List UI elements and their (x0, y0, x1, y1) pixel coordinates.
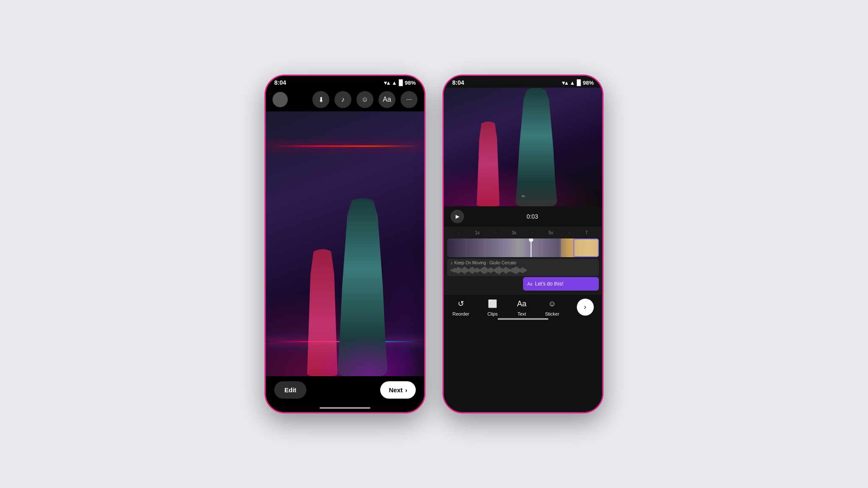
phone-2: 8:04 ▾▴ ▲ ▉ 98% ⌃ ▶ (442, 75, 604, 413)
text-clip-content: Let's do this! (535, 281, 563, 287)
sticker-label: Sticker (545, 311, 559, 316)
time-2: 8:04 (452, 79, 464, 86)
time-display: 0:03 (469, 213, 595, 220)
music-button[interactable]: ♪ (334, 91, 351, 108)
download-button[interactable]: ⬇ (312, 91, 329, 108)
signal-icon-2: ▾▴ (562, 80, 568, 86)
text-clip[interactable]: Aa Let's do this! (523, 277, 599, 291)
audio-waveform: // Generate waveform bars inline - will … (451, 266, 595, 274)
edit-button[interactable]: Edit (274, 381, 306, 399)
ruler-mark-dot: · (458, 230, 459, 235)
timeline-ruler: · 1s · 3s · 5s · 7 (444, 228, 602, 237)
ruler-mark-dot4: · (569, 230, 570, 235)
purple-light (313, 334, 424, 376)
next-label: Next (389, 386, 403, 394)
avatar[interactable] (273, 92, 288, 107)
strip-selection-highlight (573, 238, 599, 257)
clips-label: Clips (487, 311, 498, 316)
more-button[interactable]: ··· (401, 91, 417, 108)
playhead (531, 238, 531, 257)
video-background (266, 111, 424, 376)
wifi-icon: ▲ (392, 80, 397, 86)
ruler-mark-5s: 5s (548, 230, 553, 235)
wifi-icon-2: ▲ (570, 80, 575, 86)
cell-icon: ▉ (399, 80, 403, 86)
home-indicator-2 (498, 318, 548, 320)
text-label: Text (517, 311, 526, 316)
preview-main-skater (515, 88, 557, 206)
strip-seg-2 (466, 238, 485, 257)
audio-track[interactable]: ♪ Keep On Moving · Giulio Cercato // Gen… (447, 259, 599, 276)
reorder-label: Reorder (452, 311, 469, 316)
video-preview-2: ⌃ (444, 88, 602, 206)
play-icon: ▶ (456, 214, 459, 219)
playback-controls: ▶ 0:03 (444, 206, 602, 227)
time-1: 8:04 (274, 79, 286, 86)
text-track[interactable]: Aa Let's do this! (447, 277, 599, 291)
text-aa-icon: Aa (527, 282, 532, 286)
text-tool[interactable]: Aa Text (516, 298, 528, 316)
signal-icon: ▾▴ (384, 80, 390, 86)
status-icons-1: ▾▴ ▲ ▉ 98% (384, 80, 416, 86)
text-icon: Aa (516, 298, 528, 310)
strip-seg-6 (542, 238, 561, 257)
text-button[interactable]: Aa (378, 91, 395, 108)
swipe-indicator: ⌃ (520, 194, 526, 203)
video-strip[interactable] (447, 238, 599, 257)
status-bar-1: 8:04 ▾▴ ▲ ▉ 98% (266, 76, 424, 88)
toolbar-1: ⬇ ♪ ☺ Aa ··· (266, 88, 424, 111)
ruler-mark-dot2: · (495, 230, 496, 235)
next-button[interactable]: Next › (380, 381, 416, 399)
music-note-icon: ♪ (451, 261, 453, 265)
bottom-toolbar-2: ↺ Reorder ⬜ Clips Aa Text ☺ Sticker › (444, 294, 602, 318)
preview-bg: ⌃ (444, 88, 602, 206)
play-button[interactable]: ▶ (451, 210, 464, 223)
home-indicator-1 (320, 407, 370, 409)
ruler-mark-dot3: · (532, 230, 533, 235)
bottom-bar-1: Edit Next › (266, 376, 424, 407)
ruler-mark-7: 7 (585, 230, 588, 235)
status-bar-2: 8:04 ▾▴ ▲ ▉ 98% (444, 76, 602, 88)
preview-bg-skater (476, 122, 501, 206)
battery-text: 98% (405, 80, 416, 86)
phone-1: 8:04 ▾▴ ▲ ▉ 98% ⬇ ♪ ☺ Aa ··· (264, 75, 426, 413)
strip-seg-3 (485, 238, 504, 257)
strip-seg-1 (447, 238, 466, 257)
video-preview-1 (266, 111, 424, 376)
reorder-icon: ↺ (455, 298, 467, 310)
sticker-tool[interactable]: ☺ Sticker (545, 298, 559, 316)
next-arrow-icon: › (405, 386, 407, 394)
reorder-tool[interactable]: ↺ Reorder (452, 298, 469, 316)
next-circle-icon: › (584, 303, 586, 311)
cell-icon-2: ▉ (577, 80, 581, 86)
battery-text-2: 98% (583, 80, 594, 86)
clips-icon: ⬜ (487, 298, 498, 310)
next-circle-button[interactable]: › (577, 299, 594, 316)
ruler-mark-3s: 3s (512, 230, 517, 235)
sticker-button[interactable]: ☺ (356, 91, 373, 108)
strip-seg-4 (504, 238, 523, 257)
clips-tool[interactable]: ⬜ Clips (487, 298, 498, 316)
audio-label: ♪ Keep On Moving · Giulio Cercato (451, 261, 595, 265)
audio-track-name: Keep On Moving · Giulio Cercato (454, 261, 516, 265)
ruler-mark-1s: 1s (475, 230, 480, 235)
timeline-area: · 1s · 3s · 5s · 7 (444, 227, 602, 294)
status-icons-2: ▾▴ ▲ ▉ 98% (562, 80, 594, 86)
neon-bar-top (266, 145, 424, 147)
sticker-icon: ☺ (546, 298, 558, 310)
